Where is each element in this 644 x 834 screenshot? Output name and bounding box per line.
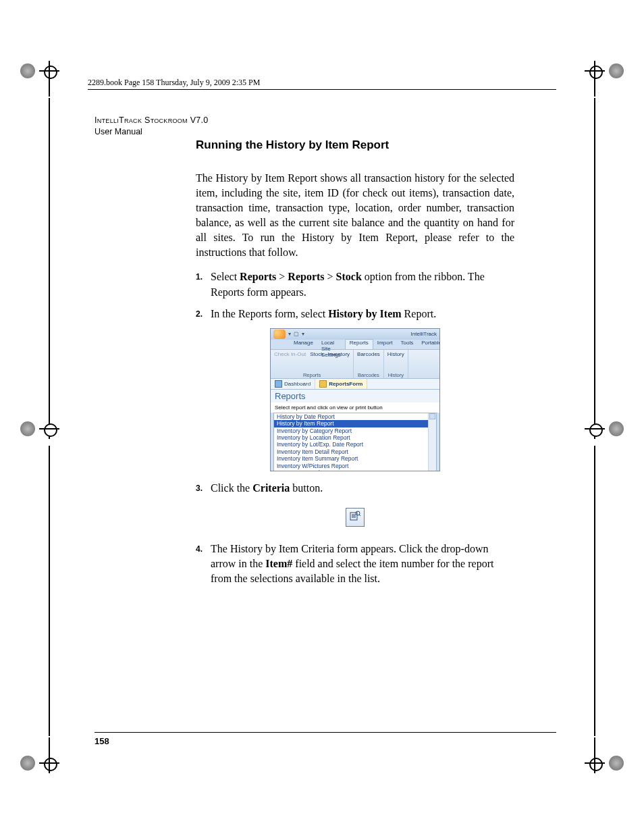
ribbon-group-barcodes: Barcodes Barcodes	[354, 350, 384, 378]
running-header: 2289.book Page 158 Thursday, July 9, 200…	[88, 78, 556, 88]
section-heading: Running the History by Item Report	[196, 138, 514, 152]
footer-rule	[95, 732, 556, 733]
tab-reports[interactable]: Reports	[345, 339, 373, 349]
ribbon-group-history: History History	[384, 350, 408, 378]
ribbon-group-reports: Check In-Out Stock Inventory Reports	[271, 350, 354, 378]
header-rule	[88, 89, 556, 90]
print-registration-mark	[585, 753, 624, 773]
panel-instruction: Select report and click on view or print…	[271, 402, 439, 413]
step-2: 2. In the Reports form, select History b…	[196, 307, 514, 321]
doc-subtitle: User Manual	[95, 126, 263, 138]
crop-rule	[49, 98, 50, 419]
list-item[interactable]: Inventory W/Pictures Report	[274, 463, 436, 469]
ribbon-btn-check-in-out[interactable]: Check In-Out	[274, 351, 306, 357]
step-text: Click the Criteria button.	[211, 481, 514, 496]
ribbon-tabs: Manage Local Site Settings Reports Impor…	[271, 340, 439, 349]
tab-tools[interactable]: Tools	[397, 340, 418, 349]
tab-import[interactable]: Import	[373, 340, 397, 349]
reports-listbox[interactable]: History by Date Report History by Item R…	[273, 413, 437, 471]
step-text: The History by Item Criteria form appear…	[211, 542, 514, 586]
list-item[interactable]: History by Date Report	[274, 413, 436, 420]
crop-rule	[49, 446, 50, 736]
print-registration-mark	[20, 419, 59, 439]
crop-rule	[49, 737, 50, 770]
ribbon-group-label: Barcodes	[357, 372, 380, 378]
step-3: 3. Click the Criteria button.	[196, 481, 514, 496]
app-screenshot-reports-form: ▾ ▢ ▾ IntelliTrack Manage Local Site Set…	[270, 328, 440, 471]
list-item[interactable]: Inventory by Location Report	[274, 434, 436, 441]
quick-access-toolbar[interactable]: ▾ ▢ ▾	[288, 331, 305, 337]
ribbon-btn-inventory[interactable]: Inventory	[327, 351, 350, 357]
crop-rule	[49, 64, 50, 97]
doc-tab-dashboard[interactable]: Dashboard	[271, 379, 315, 389]
form-icon	[319, 380, 327, 388]
step-number: 3.	[196, 481, 211, 494]
criteria-button-figure	[346, 508, 365, 527]
document-tabs: Dashboard ReportsForm	[271, 379, 439, 390]
svg-line-5	[359, 515, 360, 516]
list-item[interactable]: Inventory Item Summary Report	[274, 455, 436, 462]
product-title: IntelliTrack Stockroom V7.0	[95, 115, 263, 126]
tab-manage[interactable]: Manage	[290, 340, 317, 349]
list-item-selected[interactable]: History by Item Report	[274, 420, 436, 427]
step-number: 4.	[196, 542, 211, 555]
print-registration-mark	[20, 753, 59, 773]
crop-rule	[594, 737, 595, 770]
crop-rule	[594, 446, 595, 736]
print-registration-mark	[585, 419, 624, 439]
panel-title: Reports	[271, 390, 439, 402]
crop-rule	[594, 64, 595, 97]
ribbon-btn-barcodes[interactable]: Barcodes	[357, 351, 380, 357]
intro-paragraph: The History by Item Report shows all tra…	[196, 171, 514, 260]
list-item[interactable]: Inventory Item Detail Report	[274, 448, 436, 455]
scrollbar[interactable]	[428, 413, 436, 471]
ribbon-group-label: History	[387, 372, 404, 378]
step-text: In the Reports form, select History by I…	[211, 307, 514, 321]
step-number: 1.	[196, 269, 211, 283]
step-number: 2.	[196, 307, 211, 320]
app-brand: IntelliTrack	[411, 331, 439, 337]
tab-local-site-settings[interactable]: Local Site Settings	[317, 340, 345, 349]
tab-portable[interactable]: Portable	[417, 340, 440, 349]
office-orb-icon[interactable]	[273, 330, 286, 339]
ribbon-group-label: Reports	[274, 372, 350, 378]
crop-rule	[594, 98, 595, 419]
doc-tab-reportsform[interactable]: ReportsForm	[315, 379, 367, 389]
list-item[interactable]: Inventory, Negative Qty Report	[274, 469, 436, 471]
window-titlebar: ▾ ▢ ▾ IntelliTrack	[271, 329, 439, 340]
form-icon	[275, 380, 282, 388]
doc-title-block: IntelliTrack Stockroom V7.0 User Manual	[95, 115, 263, 138]
step-1: 1. Select Reports > Reports > Stock opti…	[196, 269, 514, 299]
ribbon-btn-stock[interactable]: Stock	[310, 351, 323, 357]
list-item[interactable]: Inventory by Category Report	[274, 427, 436, 434]
page-number: 158	[95, 736, 109, 746]
list-item[interactable]: Inventory by Lot/Exp. Date Report	[274, 441, 436, 448]
ribbon-btn-history[interactable]: History	[387, 351, 404, 357]
print-registration-mark	[585, 61, 624, 81]
ribbon-groups: Check In-Out Stock Inventory Reports Bar…	[271, 349, 439, 379]
criteria-icon	[350, 511, 360, 524]
step-text: Select Reports > Reports > Stock option …	[211, 269, 514, 299]
print-registration-mark	[20, 61, 59, 81]
step-4: 4. The History by Item Criteria form app…	[196, 542, 514, 586]
